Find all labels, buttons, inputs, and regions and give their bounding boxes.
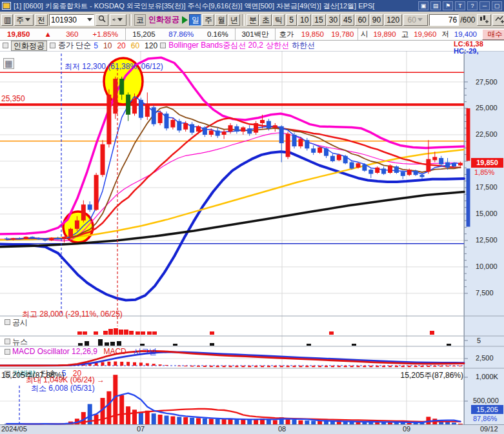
candle-count-total: /600 — [460, 15, 475, 25]
quote-bar: 19,850 ▲ 360 +1.85% 15,205 87.86% 0.16% … — [0, 28, 504, 41]
window-title: [1] [0600] 키움종합차트 - KOSDAQ 외국인보유[35(천)] … — [14, 1, 416, 11]
minute-button-15[interactable]: 15 — [312, 14, 325, 26]
period-tab-일[interactable]: 일 — [189, 14, 201, 26]
ma-period-label-10: 10 — [103, 41, 112, 50]
minute-button-10[interactable]: 10 — [297, 14, 311, 26]
toolbar-separator — [129, 14, 132, 26]
stock-code-input[interactable] — [50, 15, 86, 25]
ask-price: 19,850 — [301, 30, 324, 38]
bollinger-lower-label: 하한선 — [292, 40, 315, 51]
interval-combo[interactable]: 60 — [403, 14, 428, 26]
minute-button-30[interactable]: 30 — [327, 14, 340, 26]
bid-price: 19,780 — [331, 30, 354, 38]
speaker-icon — [112, 16, 116, 23]
indicator-legend-row: 인화정공 종가 단순 5102060120 Bollinger Bands중심선… — [0, 40, 504, 51]
chevron-down-icon — [25, 18, 30, 21]
candle-plus-icon — [479, 15, 489, 23]
panel-marker[interactable] — [5, 339, 10, 344]
ohl-segment: 시 19,890 고 19,960 저 19,400 — [358, 28, 479, 40]
duplicate-window-icon[interactable]: ▣ — [418, 1, 428, 10]
minute-button-120[interactable]: 120 — [384, 14, 402, 26]
period-tab-group: 일주월년분초틱 — [189, 14, 285, 26]
clone-window-icon[interactable]: ▤ — [430, 1, 441, 10]
ma-legend-label: 종가 단순 — [58, 40, 91, 51]
hoga-segment: 호가 19,850 19,780 — [276, 28, 358, 40]
panel-layout-icon[interactable]: ▥ — [1, 14, 13, 26]
title-bar[interactable]: [1] [0600] 키움종합차트 - KOSDAQ 외국인보유[35(천)] … — [0, 0, 504, 12]
app-icon — [2, 2, 11, 10]
ma-period-label-120: 120 — [145, 41, 157, 50]
panel-marker[interactable] — [5, 319, 10, 325]
add-trendline-tool-button[interactable] — [492, 14, 504, 26]
period-tab-년[interactable]: 년 — [228, 14, 240, 26]
ma-period-label-20: 20 — [117, 41, 125, 50]
open-label: 시 — [361, 30, 368, 39]
chart-grid-settings-icon[interactable]: ▦ — [3, 58, 14, 69]
panel-marker[interactable] — [5, 371, 10, 377]
week-combo-label: 주 — [16, 15, 24, 25]
flag-icon — [182, 16, 188, 24]
chevron-down-icon — [117, 18, 123, 21]
high-price: 19,960 — [414, 30, 436, 38]
trendline-plus-icon — [495, 15, 504, 23]
interval-combo-label: 60 — [408, 15, 416, 25]
search-icon — [98, 15, 106, 23]
legend-marker[interactable] — [160, 43, 166, 48]
search-button[interactable] — [96, 14, 108, 26]
buy-button[interactable]: 매수 — [482, 29, 504, 40]
stock-name: 인화정공 — [148, 14, 179, 25]
minute-button-90[interactable]: 90 — [370, 14, 383, 26]
chevron-down-icon — [87, 18, 92, 21]
week-combo[interactable]: 주 — [14, 14, 34, 26]
ma-period-group: 5102060120 — [94, 41, 157, 50]
legend-marker[interactable] — [50, 43, 55, 48]
kiwoom-chart-window: [1] [0600] 키움종합차트 - KOSDAQ 외국인보유[35(천)] … — [0, 0, 504, 434]
price-change: 360 — [66, 30, 78, 38]
toolbar-separator — [242, 14, 245, 26]
period-tab-초[interactable]: 초 — [259, 14, 272, 26]
chevron-down-icon — [418, 18, 423, 21]
period-tab-주[interactable]: 주 — [202, 14, 214, 26]
minimize-icon[interactable]: ─ — [479, 1, 490, 10]
price-change-pct: +1.85% — [93, 30, 118, 38]
legend-marker[interactable] — [3, 43, 8, 48]
current-price-box: 19,850 — [471, 158, 503, 168]
low-label: 저 — [441, 30, 449, 39]
candle-count-box[interactable] — [429, 14, 459, 26]
add-candle-tool-button[interactable] — [477, 14, 491, 26]
period-tab-분[interactable]: 분 — [247, 14, 259, 26]
volume-segment: 15,205 87.86% 0.16% — [126, 28, 236, 40]
bollinger-upper-label: 상한선 — [266, 40, 289, 51]
high-label: 고 — [401, 30, 409, 39]
last-price: 19,850 — [7, 30, 30, 38]
volume-ratio: 87.86% — [168, 30, 194, 38]
maximize-icon[interactable]: ▢ — [492, 1, 502, 10]
bollinger-legend-label: Bollinger Bands중심선 20,2 — [168, 40, 263, 51]
minute-button-60[interactable]: 60 — [355, 14, 368, 26]
titlebar-t-icon[interactable]: T — [455, 1, 465, 10]
legend-stock-chip[interactable]: 인화정공 — [11, 41, 47, 51]
ma-period-label-60: 60 — [131, 41, 139, 50]
chart-canvas[interactable] — [0, 0, 504, 434]
market-badge: 코 — [134, 14, 146, 26]
stock-code-combo[interactable] — [49, 14, 94, 26]
ma-period-label-5: 5 — [94, 41, 98, 50]
help-icon[interactable]: ? — [467, 1, 478, 10]
minute-button-45[interactable]: 45 — [341, 14, 354, 26]
candle-count-input[interactable] — [430, 15, 458, 25]
turnover-pct: 0.16% — [207, 30, 228, 38]
panel-marker[interactable] — [5, 349, 10, 355]
trade-amount: 301백만 — [241, 30, 268, 39]
up-arrow-icon: ▲ — [45, 30, 52, 38]
price-segment: 19,850 ▲ 360 +1.85% — [0, 28, 126, 40]
period-tab-월[interactable]: 월 — [215, 14, 227, 26]
day-volume: 15,205 — [132, 30, 155, 38]
pin-icon[interactable]: ⚑ — [443, 1, 453, 10]
hoga-label: 호가 — [279, 30, 294, 39]
minute-button-5[interactable]: 5 — [286, 14, 297, 26]
prev-stock-button[interactable]: 전 — [35, 14, 48, 26]
current-volume-box: 15,205 — [471, 405, 503, 414]
minute-button-group: 5101530456090120 — [286, 14, 402, 26]
period-tab-틱[interactable]: 틱 — [272, 14, 285, 26]
sound-button[interactable] — [110, 14, 126, 26]
